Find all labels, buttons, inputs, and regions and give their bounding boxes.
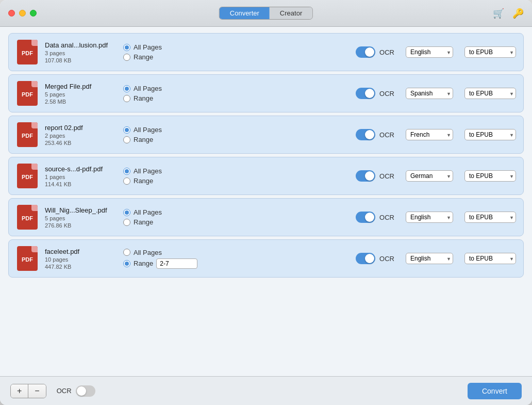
all-pages-radio[interactable] (123, 44, 130, 51)
range-radio[interactable] (123, 177, 130, 185)
lang-dropdown: EnglishSpanishFrenchGermanItalianPortugu… (406, 170, 453, 182)
range-option[interactable]: Range (123, 136, 180, 143)
page-options: All Pages Range (123, 126, 180, 143)
ocr-section: OCR (356, 46, 394, 58)
range-radio[interactable] (123, 54, 130, 61)
file-info: Merged File.pdf 5 pages 2.58 MB (45, 83, 117, 105)
ocr-toggle[interactable] (356, 129, 375, 140)
file-pages: 5 pages (45, 91, 117, 98)
all-pages-label: All Pages (134, 208, 162, 216)
minimize-button[interactable] (19, 10, 26, 17)
ocr-toggle[interactable] (356, 212, 375, 223)
all-pages-radio[interactable] (123, 249, 130, 256)
page-options: All Pages Range (123, 208, 180, 226)
remove-file-button[interactable]: − (28, 384, 45, 398)
global-ocr-toggle[interactable] (76, 385, 95, 397)
range-option[interactable]: Range (123, 53, 180, 61)
pdf-label: PDF (22, 133, 33, 139)
all-pages-radio[interactable] (123, 168, 130, 175)
ocr-label: OCR (379, 48, 394, 56)
range-option[interactable]: Range (123, 258, 197, 269)
file-pages: 3 pages (45, 50, 117, 56)
all-pages-option[interactable]: All Pages (123, 43, 180, 51)
lang-wrapper: EnglishSpanishFrenchGermanItalianPortugu… (406, 170, 453, 182)
pdf-label: PDF (22, 256, 33, 263)
file-size: 107.08 KB (45, 57, 117, 63)
all-pages-option[interactable]: All Pages (123, 85, 180, 92)
range-radio[interactable] (123, 260, 130, 267)
file-info: report 02.pdf 2 pages 253.46 KB (45, 124, 117, 146)
tab-converter[interactable]: Converter (220, 7, 270, 19)
format-select[interactable]: to EPUBto DOCXto TXTto HTMLto RTF (464, 170, 516, 182)
lang-dropdown: EnglishSpanishFrenchGermanItalianPortugu… (406, 129, 453, 140)
all-pages-option[interactable]: All Pages (123, 208, 180, 216)
range-option[interactable]: Range (123, 94, 180, 102)
format-select[interactable]: to EPUBto DOCXto TXTto HTMLto RTF (464, 88, 516, 99)
file-info: Will_Nig...Sleep_.pdf 5 pages 276.86 KB (45, 206, 117, 229)
global-ocr-section: OCR (57, 385, 95, 397)
pdf-icon-inner: PDF (17, 205, 38, 230)
pdf-icon: PDF (16, 245, 39, 272)
range-label: Range (134, 53, 153, 61)
ocr-section: OCR (356, 170, 394, 182)
cart-icon[interactable]: 🛒 (493, 8, 504, 19)
format-select[interactable]: to EPUBto DOCXto TXTto HTMLto RTF (464, 253, 516, 264)
format-wrapper: to EPUBto DOCXto TXTto HTMLto RTF ▾ (464, 46, 516, 58)
language-select[interactable]: EnglishSpanishFrenchGermanItalianPortugu… (406, 253, 453, 264)
range-radio[interactable] (123, 95, 130, 102)
language-select[interactable]: EnglishSpanishFrenchGermanItalianPortugu… (406, 46, 453, 58)
maximize-button[interactable] (30, 10, 37, 17)
file-pages: 1 pages (45, 174, 117, 180)
file-info: faceleet.pdf 10 pages 447.82 KB (45, 248, 117, 270)
file-info: Data anal...lusion.pdf 3 pages 107.08 KB (45, 41, 117, 63)
ocr-section: OCR (356, 129, 394, 140)
lang-wrapper: EnglishSpanishFrenchGermanItalianPortugu… (406, 212, 453, 223)
range-label: Range (134, 94, 153, 102)
range-label: Range (134, 260, 153, 267)
range-option[interactable]: Range (123, 177, 180, 185)
format-select[interactable]: to EPUBto DOCXto TXTto HTMLto RTF (464, 46, 516, 58)
lang-dropdown: EnglishSpanishFrenchGermanItalianPortugu… (406, 253, 453, 264)
file-name: Will_Nig...Sleep_.pdf (45, 206, 117, 214)
ocr-toggle[interactable] (356, 46, 375, 58)
convert-button[interactable]: Convert (468, 383, 522, 399)
language-select[interactable]: EnglishSpanishFrenchGermanItalianPortugu… (406, 170, 453, 182)
format-select[interactable]: to EPUBto DOCXto TXTto HTMLto RTF (464, 129, 516, 140)
file-row: PDF Merged File.pdf 5 pages 2.58 MB All … (8, 74, 524, 112)
range-input[interactable] (156, 258, 197, 269)
all-pages-option[interactable]: All Pages (123, 249, 197, 256)
range-option[interactable]: Range (123, 218, 180, 226)
tab-creator[interactable]: Creator (270, 7, 312, 19)
range-radio[interactable] (123, 136, 130, 143)
language-select[interactable]: EnglishSpanishFrenchGermanItalianPortugu… (406, 129, 453, 140)
ocr-toggle[interactable] (356, 88, 375, 99)
pdf-icon: PDF (16, 204, 39, 231)
pdf-icon: PDF (16, 121, 39, 148)
traffic-lights (8, 10, 37, 17)
all-pages-option[interactable]: All Pages (123, 167, 180, 175)
ocr-toggle[interactable] (356, 253, 375, 264)
format-select[interactable]: to EPUBto DOCXto TXTto HTMLto RTF (464, 212, 516, 223)
all-pages-radio[interactable] (123, 85, 130, 92)
all-pages-radio[interactable] (123, 209, 130, 216)
format-dropdown: to EPUBto DOCXto TXTto HTMLto RTF ▾ (464, 88, 516, 99)
pdf-icon: PDF (16, 39, 39, 66)
file-row: PDF report 02.pdf 2 pages 253.46 KB All … (8, 116, 524, 154)
close-button[interactable] (8, 10, 15, 17)
range-radio[interactable] (123, 219, 130, 226)
file-name: report 02.pdf (45, 124, 117, 132)
format-wrapper: to EPUBto DOCXto TXTto HTMLto RTF ▾ (464, 253, 516, 264)
add-file-button[interactable]: + (11, 384, 28, 398)
key-icon[interactable]: 🔑 (512, 8, 524, 19)
file-size: 447.82 KB (45, 264, 117, 270)
format-dropdown: to EPUBto DOCXto TXTto HTMLto RTF ▾ (464, 129, 516, 140)
language-select[interactable]: EnglishSpanishFrenchGermanItalianPortugu… (406, 212, 453, 223)
format-dropdown: to EPUBto DOCXto TXTto HTMLto RTF ▾ (464, 46, 516, 58)
file-row: PDF Will_Nig...Sleep_.pdf 5 pages 276.86… (8, 198, 524, 236)
all-pages-radio[interactable] (123, 126, 130, 134)
language-select[interactable]: EnglishSpanishFrenchGermanItalianPortugu… (406, 88, 453, 99)
all-pages-option[interactable]: All Pages (123, 126, 180, 134)
file-name: Data anal...lusion.pdf (45, 41, 117, 49)
ocr-section: OCR (356, 88, 394, 99)
ocr-toggle[interactable] (356, 170, 375, 182)
